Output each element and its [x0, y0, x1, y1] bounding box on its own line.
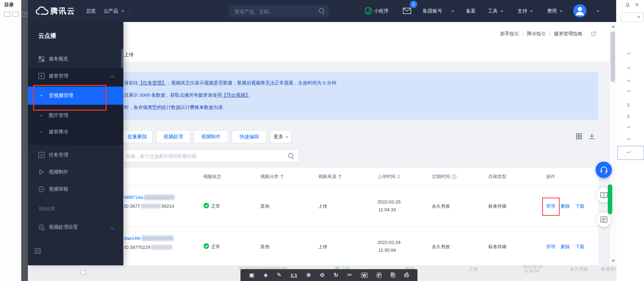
- col-header-source[interactable]: 视频来源: [318, 173, 342, 180]
- nav-beian[interactable]: 备案: [466, 8, 476, 14]
- tencent-cloud-logo-icon[interactable]: [35, 6, 49, 16]
- link-beginner-guide[interactable]: 新手指引: [500, 31, 519, 37]
- table-row-2-name[interactable]: 8ae14fe: [124, 236, 174, 241]
- chevron-down-icon: [121, 10, 124, 12]
- add-icon[interactable]: +: [22, 12, 27, 17]
- logo-text[interactable]: 腾讯云: [50, 6, 75, 16]
- grid-view-icon[interactable]: [576, 133, 582, 139]
- sidebar-item-media-cooling[interactable]: 媒资降冷: [49, 129, 68, 135]
- sidebar-item-video-make[interactable]: 视频制作: [38, 169, 68, 176]
- external-link-icon[interactable]: [591, 31, 596, 36]
- toolbar-export-icon[interactable]: ⎘: [391, 272, 395, 278]
- media-icon: [38, 73, 45, 79]
- user-avatar[interactable]: [573, 4, 586, 17]
- delete-link[interactable]: 删除: [561, 244, 570, 250]
- toolbar-annotate-icon[interactable]: ✎: [277, 272, 281, 278]
- chevron-down-icon: [530, 10, 533, 12]
- download-link[interactable]: 下载: [575, 244, 584, 250]
- close-icon[interactable]: ✕: [635, 1, 639, 8]
- delete-link[interactable]: 删除: [561, 203, 570, 209]
- status-text: 正常: [211, 203, 220, 209]
- nav-support[interactable]: 支持: [518, 8, 527, 14]
- nav-miniprogram[interactable]: 小程序: [374, 8, 389, 14]
- doc-page-icon[interactable]: [4, 12, 10, 17]
- feedback-tab[interactable]: [608, 184, 612, 214]
- nav-cloud-products[interactable]: 云产品: [104, 8, 118, 14]
- nav-tools[interactable]: 工具: [488, 8, 498, 14]
- toolbar-print-icon[interactable]: ⎙: [404, 272, 409, 278]
- paragraph-mark: ↵: [627, 78, 631, 83]
- more-button[interactable]: 更多: [270, 130, 292, 143]
- toolbar-erase-icon[interactable]: ◈: [263, 272, 268, 278]
- video-process-button[interactable]: 视频处理: [156, 130, 190, 143]
- pin-icon[interactable]: [625, 2, 630, 8]
- media-filter-input[interactable]: [125, 149, 280, 163]
- sidebar-item-task-manage[interactable]: 任务管理: [38, 151, 68, 158]
- scrollbar-thumb[interactable]: [611, 31, 615, 82]
- chevron-down-icon[interactable]: [110, 225, 114, 229]
- sidebar-item-image-manage[interactable]: 图片管理: [49, 112, 68, 119]
- export-video-link[interactable]: 【导出视频】: [222, 93, 250, 98]
- table-row-1-name[interactable]: 96f9714a: [124, 195, 175, 200]
- headset-icon: [599, 165, 608, 175]
- toolbar-to-ppt-icon[interactable]: P: [377, 273, 382, 278]
- nav-overview[interactable]: 总览: [86, 8, 96, 14]
- video-make-button[interactable]: 视频制作: [194, 130, 228, 143]
- link-cooling-guide[interactable]: 降冷指引: [527, 31, 546, 37]
- nav-search-box[interactable]: [229, 5, 329, 17]
- message-count-badge[interactable]: 2: [410, 1, 417, 8]
- task-manage-link[interactable]: 【任务管理】: [138, 80, 167, 86]
- download-link[interactable]: 下载: [575, 203, 584, 209]
- sidebar-item-overview[interactable]: 服务概览: [38, 56, 68, 62]
- doc-dropdown[interactable]: [621, 13, 644, 22]
- nav-group-account[interactable]: 集团账号: [423, 8, 442, 14]
- image-resize-handle[interactable]: [81, 270, 85, 275]
- annotation-box-manage: [542, 198, 560, 216]
- toolbar-zoom-out-icon[interactable]: ⊖: [320, 272, 324, 278]
- online-support-widget[interactable]: [596, 162, 612, 178]
- filter-icon[interactable]: [338, 175, 342, 179]
- toolbar-swap-image-icon[interactable]: ▣: [249, 272, 254, 278]
- search-icon[interactable]: [288, 153, 293, 158]
- media-filter-box[interactable]: [123, 149, 299, 162]
- sort-icon[interactable]: [397, 175, 400, 179]
- paragraph-mark: ↵: [627, 65, 631, 71]
- page-scrollbar[interactable]: [609, 22, 616, 265]
- batch-delete-button[interactable]: 批量删除: [123, 130, 153, 143]
- scroll-down-arrow-icon[interactable]: [612, 260, 615, 262]
- toolbar-actual-size-icon[interactable]: 1:1: [291, 273, 297, 278]
- page-header-band: [123, 22, 609, 62]
- sidebar-item-video-settings[interactable]: 视频处理设置: [38, 224, 78, 231]
- toolbar-to-word-icon[interactable]: W: [361, 273, 367, 278]
- filter-icon[interactable]: [280, 175, 284, 179]
- quick-edit-button[interactable]: 快捷编辑: [232, 130, 267, 143]
- scroll-up-arrow-icon[interactable]: [612, 25, 615, 28]
- collapse-sidebar-icon[interactable]: [34, 248, 41, 254]
- toolbar-crop-icon[interactable]: ✂: [347, 272, 352, 278]
- survey-widget[interactable]: [597, 212, 611, 227]
- doc-left-panel: 目录: [0, 0, 21, 281]
- faded-row-source: 上传: [469, 266, 478, 272]
- link-media-guide[interactable]: 媒资管理指南: [554, 31, 582, 37]
- col-header-upload-time[interactable]: 上传时间: [377, 173, 400, 180]
- sidebar-item-video-audit[interactable]: 视频审核: [38, 186, 68, 193]
- download-list-icon[interactable]: [589, 133, 595, 139]
- toolbar-rotate-icon[interactable]: ↻: [334, 272, 338, 278]
- search-icon[interactable]: [319, 8, 324, 13]
- doc-page-icon[interactable]: [13, 12, 18, 17]
- chevron-down-icon[interactable]: [597, 10, 599, 12]
- book-icon: [600, 192, 608, 198]
- nav-billing[interactable]: 费用: [547, 8, 557, 14]
- manage-link[interactable]: 管理: [546, 244, 555, 250]
- settings-icon: [38, 224, 45, 230]
- toolbar-zoom-in-icon[interactable]: ⊕: [306, 272, 311, 278]
- miniprogram-icon[interactable]: [365, 7, 372, 15]
- nav-search-input[interactable]: [234, 5, 315, 18]
- info-icon[interactable]: [452, 174, 457, 179]
- sidebar-scrollbar-thumb[interactable]: [121, 49, 123, 68]
- upload-button[interactable]: 上传: [124, 52, 134, 58]
- text-mark: a: [627, 101, 630, 107]
- sidebar-item-media-manage[interactable]: 媒资管理: [38, 73, 68, 80]
- col-header-category[interactable]: 视频分类: [260, 173, 284, 180]
- message-envelope-icon[interactable]: [403, 8, 411, 14]
